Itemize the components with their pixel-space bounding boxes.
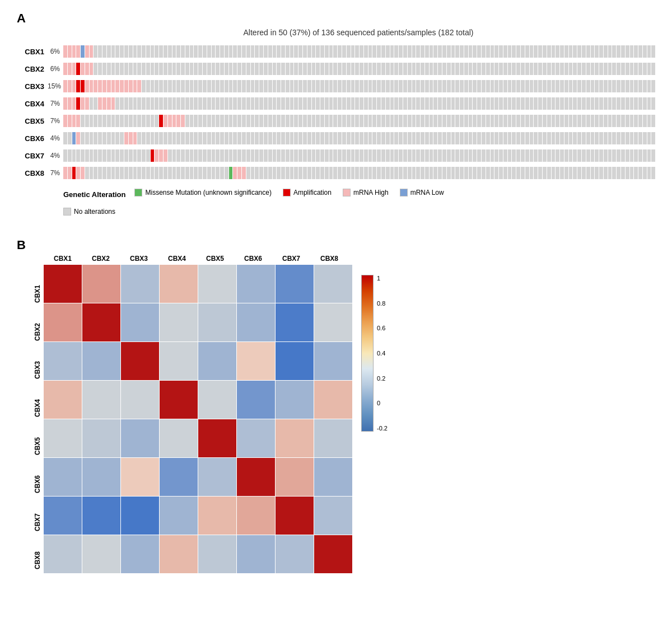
track-cell bbox=[477, 149, 481, 162]
track-cell bbox=[212, 115, 216, 127]
track-cell bbox=[264, 115, 268, 127]
track-cell bbox=[338, 132, 342, 144]
track-cell bbox=[634, 97, 638, 110]
track-cell bbox=[491, 149, 494, 162]
track-cell bbox=[259, 167, 263, 179]
track-cell bbox=[312, 63, 316, 75]
track-cell bbox=[377, 97, 381, 110]
track-cell bbox=[225, 80, 228, 92]
track-cell bbox=[543, 45, 547, 58]
track-cell bbox=[647, 149, 651, 162]
track-cell bbox=[277, 97, 281, 110]
track-cell bbox=[547, 63, 551, 75]
track-cell bbox=[464, 132, 468, 144]
track-cell bbox=[525, 97, 529, 110]
track-cell bbox=[242, 132, 246, 144]
track-cell bbox=[176, 132, 180, 144]
track-cell bbox=[111, 45, 115, 58]
heatmap-cell bbox=[237, 303, 275, 341]
track-cell bbox=[325, 115, 329, 127]
track-cell bbox=[159, 132, 163, 144]
track-cell bbox=[364, 80, 368, 92]
track-cell bbox=[530, 45, 534, 58]
heatmap-cell bbox=[121, 303, 159, 341]
track-cell bbox=[307, 115, 311, 127]
track-cell bbox=[233, 167, 237, 179]
track-cell bbox=[394, 63, 398, 75]
track-cell bbox=[207, 115, 211, 127]
track-cell bbox=[494, 132, 498, 144]
track-cell bbox=[617, 45, 620, 58]
track-cell bbox=[621, 167, 625, 179]
track-cell bbox=[164, 97, 167, 110]
track-cell bbox=[516, 63, 520, 75]
track-cell bbox=[129, 149, 133, 162]
track-cell bbox=[124, 97, 128, 110]
track-cell bbox=[390, 97, 394, 110]
track-cell bbox=[560, 115, 564, 127]
track-cell bbox=[325, 45, 329, 58]
track-cell bbox=[142, 149, 146, 162]
track-cell bbox=[651, 149, 655, 162]
track-cell bbox=[368, 45, 372, 58]
track-cell bbox=[416, 149, 420, 162]
track-cell bbox=[508, 149, 512, 162]
track-cell bbox=[569, 63, 573, 75]
track-cell bbox=[115, 132, 119, 144]
track-cell bbox=[643, 80, 647, 92]
track-cell bbox=[647, 167, 651, 179]
track-cell bbox=[608, 45, 612, 58]
track-cell bbox=[355, 97, 359, 110]
track-cell bbox=[556, 63, 559, 75]
track-cell bbox=[582, 149, 586, 162]
track-cell bbox=[264, 45, 268, 58]
heatmap-cell bbox=[314, 303, 352, 341]
track-cell bbox=[372, 132, 376, 144]
track-cell bbox=[129, 45, 133, 58]
track-cell bbox=[212, 149, 216, 162]
track-cell bbox=[164, 167, 167, 179]
track-cell bbox=[617, 80, 620, 92]
track-cell bbox=[102, 97, 106, 110]
track-cell bbox=[76, 115, 80, 127]
colorbar-label: 0.8 bbox=[377, 300, 388, 307]
track-cell bbox=[447, 45, 451, 58]
track-cell bbox=[508, 115, 512, 127]
track-cell bbox=[638, 97, 642, 110]
track-cell bbox=[626, 132, 629, 144]
track-cell bbox=[534, 115, 538, 127]
track-cell bbox=[412, 45, 416, 58]
track-cell bbox=[626, 63, 629, 75]
track-cell bbox=[124, 63, 128, 75]
track-cell bbox=[294, 149, 298, 162]
track-cell bbox=[547, 97, 551, 110]
track-cell bbox=[543, 80, 547, 92]
track-cell bbox=[298, 97, 302, 110]
track-cell bbox=[604, 80, 608, 92]
track-cell bbox=[164, 149, 167, 162]
legend-item-mrna-low: mRNA Low bbox=[400, 189, 444, 196]
track-cell bbox=[534, 167, 538, 179]
heatmap-row-labels: CBX1CBX2CBX3CBX4CBX5CBX6CBX7CBX8 bbox=[34, 255, 41, 579]
track-cell bbox=[338, 167, 342, 179]
colorbar-label: 0.6 bbox=[377, 325, 388, 331]
track-cell bbox=[482, 167, 486, 179]
track-cell bbox=[76, 132, 80, 144]
track-cell bbox=[433, 97, 437, 110]
heatmap-cell bbox=[44, 303, 82, 341]
track-cell bbox=[516, 115, 520, 127]
track-cell bbox=[242, 167, 246, 179]
track-cell bbox=[194, 115, 198, 127]
track-cell bbox=[525, 132, 529, 144]
track-cell bbox=[591, 115, 595, 127]
track-cell bbox=[599, 97, 603, 110]
track-cell bbox=[307, 97, 311, 110]
track-cell bbox=[591, 97, 595, 110]
track-cell bbox=[643, 45, 647, 58]
track-cell bbox=[604, 97, 608, 110]
track-cell bbox=[538, 45, 542, 58]
mrna-low-swatch bbox=[400, 189, 408, 196]
track-cell bbox=[494, 80, 498, 92]
track-cell bbox=[225, 45, 228, 58]
track-cell bbox=[573, 115, 577, 127]
